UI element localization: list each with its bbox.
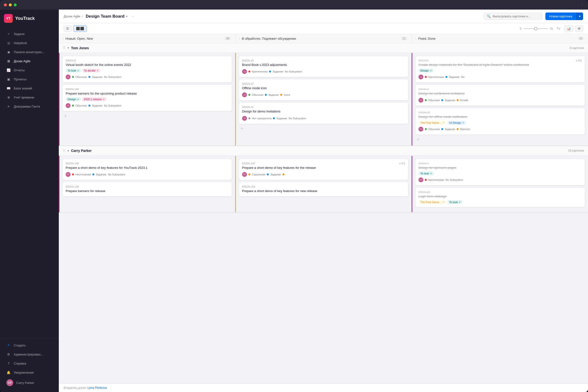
size-slider[interactable] — [524, 28, 548, 29]
footer-owner-link[interactable]: Lena Pishkova — [88, 386, 107, 390]
swimlane-col-new: DSGN-146 Prepare a short demo of key fea… — [59, 156, 235, 212]
search-box[interactable]: 🔍 — [484, 13, 542, 20]
card-tag[interactable]: The First Game... ✕ — [418, 200, 446, 204]
chart-view-button[interactable]: 📊 — [564, 25, 573, 32]
board-view-button[interactable]: ⬛⬛ — [74, 25, 87, 32]
avatar: TJ — [418, 127, 423, 132]
breadcrumb: Доски Agile / — [64, 14, 83, 18]
swimlane-chevron-icon[interactable]: ▾ — [68, 149, 69, 152]
card-meta: TJ Обычная Задание Emails — [418, 98, 582, 103]
card-dsgn-22[interactable]: DSGN-22 Design for offline mode notifica… — [415, 108, 585, 134]
book-icon: 📖 — [6, 86, 11, 90]
size-control: S XL TV — [520, 27, 560, 30]
swimlane-col-done: DSGN-4 Design for sponsors pages To look… — [412, 156, 588, 212]
card-dsgn-136[interactable]: DSGN-136 Prepare banners for release — [62, 182, 232, 196]
list-view-button[interactable]: ☰ — [64, 25, 72, 32]
minimize-button-dot[interactable] — [9, 4, 12, 6]
add-card-button[interactable]: + — [62, 113, 68, 119]
sidebar-item-label: Проекты — [14, 78, 26, 81]
folder-icon: ▣ — [6, 77, 11, 81]
settings-icon: ⚙ — [578, 27, 581, 30]
card-dsgn-41[interactable]: DSGN-41 Design for demo invitations TJ Н… — [239, 102, 408, 124]
card-title: Virtual booth sketch for the online even… — [66, 63, 229, 67]
sidebar-item-projects[interactable]: ▣ Проекты — [2, 75, 57, 84]
type-dot — [88, 104, 90, 106]
avatar: TJ — [418, 74, 423, 80]
sidebar-item-label: Отчеты — [14, 68, 25, 72]
card-meta: TJ Обычная Задание Icons — [242, 92, 405, 97]
card-title: Prepare a short demo of key features for… — [66, 166, 229, 170]
card-dsgn-137[interactable]: DSGN-137 ≡ 0/1 Prepare a short demo of k… — [239, 159, 408, 180]
priority-dot — [425, 179, 427, 181]
card-tag[interactable]: 2025.1 release ✕ — [82, 97, 106, 101]
priority-dot — [72, 104, 74, 106]
new-card-arrow-button[interactable]: ▾ — [576, 12, 583, 20]
card-tag[interactable]: To decide ✕ — [82, 68, 100, 72]
card-tag[interactable]: To look ✕ — [418, 172, 434, 176]
card-dsgn-15[interactable]: DSGN-15 Brand Book v.2023 adjustments TJ… — [239, 56, 408, 77]
card-dsgn-2[interactable]: DSGN-2 ≡ 0/1 Create design materials for… — [415, 56, 585, 82]
card-dsgn-27[interactable]: DSGN-27 Offline mode icon TJ Обычная Зад… — [239, 79, 408, 100]
window-menu-icon[interactable]: ⋮ — [581, 3, 584, 6]
sidebar-item-admin[interactable]: ⚙ Администрирован... — [2, 350, 57, 359]
help-label: Справка — [14, 362, 26, 365]
add-card-button[interactable]: + — [415, 137, 421, 142]
topbar-more-icon[interactable]: ··· — [131, 14, 134, 18]
card-dsgn-3[interactable]: DSGN-3 Design for conference invitations… — [415, 84, 585, 106]
card-dsgn-168[interactable]: DSGN-168 Prepare banners for the upcomin… — [62, 84, 232, 111]
card-dsgn-154[interactable]: DSGN-154 Prepare a short demo of key fea… — [239, 182, 408, 196]
search-input[interactable] — [493, 14, 539, 18]
swimlane-chevron-icon[interactable]: ▾ — [68, 46, 69, 50]
card-tag[interactable]: UI Design ✕ — [447, 121, 466, 125]
card-dsgn-146[interactable]: DSGN-146 Prepare a short demo of key fea… — [62, 159, 232, 180]
card-dsgn-26[interactable]: DSGN-26 Login form redesign The First Ga… — [415, 188, 585, 207]
card-tag[interactable]: Design ✕ — [66, 97, 81, 101]
priority-label: Критическая — [252, 70, 268, 73]
card-dsgn-4[interactable]: DSGN-4 Design for sponsors pages To look… — [415, 159, 585, 186]
type-label: Задание — [445, 99, 456, 102]
board-title-button[interactable]: Design Team Board ▾ — [86, 14, 128, 19]
col-count: 36 — [224, 36, 231, 40]
collapse-button[interactable]: « Свернуть — [2, 388, 57, 392]
card-id: DSGN-27 — [242, 82, 405, 85]
card-meta: TJ Обычная Задание No Subsystem — [66, 103, 229, 108]
grid-icon: ⊞ — [6, 59, 11, 63]
sidebar-item-agile[interactable]: ⊞ Доски Agile — [2, 56, 57, 66]
size-s-label: S — [520, 27, 522, 30]
sidebar-item-notifications[interactable]: 🔔 Уведомления — [2, 368, 57, 377]
avatar: TJ — [66, 103, 70, 108]
sidebar-item-user[interactable]: CP Carry Parker — [2, 377, 57, 388]
card-tag[interactable]: To look ✕ — [66, 68, 81, 72]
drag-handle-icon[interactable]: ⠿ — [63, 46, 66, 50]
subsystem-label: Banners — [460, 128, 470, 130]
sidebar-item-monitors[interactable]: ◉ Панели мониторин... — [2, 48, 57, 56]
gear-icon: ⚙ — [6, 352, 11, 356]
sidebar-item-reports[interactable]: 📈 Отчеты — [2, 66, 57, 74]
maximize-button-dot[interactable] — [14, 4, 17, 6]
logo-icon: YT — [4, 14, 13, 23]
card-title: Brand Book v.2023 adjustments — [242, 63, 405, 67]
sidebar-item-create[interactable]: + Создать — [2, 341, 57, 350]
sidebar-item-helpdesk[interactable]: ◎ Helpdesk — [2, 38, 57, 47]
topbar: Доски Agile / Design Team Board ▾ ··· 🔍 … — [59, 10, 588, 23]
drag-handle-icon[interactable]: ⠿ — [63, 148, 66, 153]
type-dot — [92, 174, 94, 176]
sidebar-item-tasks[interactable]: ✓ Задачи — [2, 30, 57, 38]
footer-owner-label: Владелец доски: — [64, 386, 87, 390]
card-tag[interactable]: To look ✕ — [447, 200, 463, 204]
avatar: TJ — [418, 98, 423, 103]
sidebar-item-knowledge[interactable]: 📖 База знаний — [2, 84, 57, 92]
card-tag[interactable]: Design ✕ — [418, 68, 434, 72]
sidebar-item-help[interactable]: ? Справка — [2, 359, 57, 368]
breadcrumb-agile-link[interactable]: Доски Agile — [64, 14, 80, 18]
close-button-dot[interactable] — [4, 4, 7, 6]
new-card-button[interactable]: Новая карточка — [545, 12, 576, 20]
card-dsgn-8[interactable]: DSGN-8 Virtual booth sketch for the onli… — [62, 56, 232, 82]
sidebar-item-gantt[interactable]: ≡ Диаграммы Ганта — [2, 102, 57, 111]
toolbar: ☰ ⬛⬛ S XL TV 📊 ⚙ — [59, 23, 588, 34]
card-tag[interactable]: The First Game... ✕ — [418, 121, 446, 125]
settings-button[interactable]: ⚙ — [575, 25, 583, 32]
priority-dot — [248, 70, 250, 72]
add-card-button[interactable]: + — [239, 126, 245, 132]
sidebar-item-timetrack[interactable]: ⊕ Учет времени — [2, 93, 57, 102]
